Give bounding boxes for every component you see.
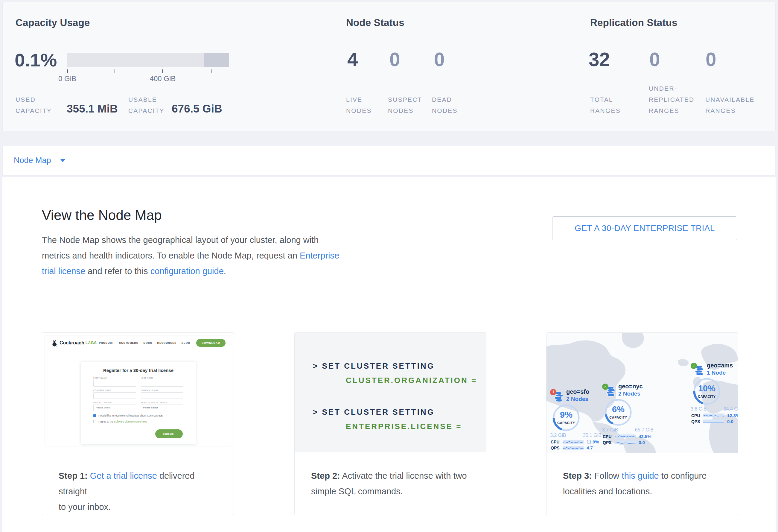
capacity-used: 3.2 GiB (550, 433, 566, 438)
healthy-check-icon: ✓ (691, 363, 697, 369)
qps-label: QPS (691, 419, 703, 424)
cpu-value: 11.0% (587, 439, 599, 444)
locality-node-count: 2 Nodes (566, 396, 589, 402)
cpu-value: 42.5% (639, 434, 651, 439)
mini-field-label: COMPANY EMAIL (141, 389, 184, 391)
cpu-label: CPU (691, 413, 703, 418)
suspect-nodes-count: 0 (389, 50, 400, 69)
mini-download-button: DOWNLOAD (196, 339, 226, 347)
node-map-dropdown[interactable]: Node Map (14, 146, 66, 175)
sql-line: ENTERPRISE.LICENSE = (346, 422, 462, 431)
axis-tick (67, 69, 68, 73)
mini-submit-button: SUBMIT (155, 429, 183, 438)
mini-company-name-input (93, 392, 136, 399)
cpu-metric-row: CPU 12.3% (691, 413, 738, 418)
dead-nodes-label: DEADNODES (432, 94, 458, 116)
enterprise-trial-button[interactable]: GET A 30-DAY ENTERPRISE TRIAL (552, 216, 737, 240)
sql-line: > SET CLUSTER SETTING (313, 362, 435, 371)
total-ranges-count: 32 (589, 50, 610, 69)
map-node-ams: ✓ geo=ams 1 Node 10% (691, 362, 738, 425)
mini-last-name-input (141, 380, 184, 387)
axis-tick (114, 69, 115, 73)
mini-field-label: COMPANY NAME (93, 389, 136, 391)
cpu-value: 12.3% (727, 413, 738, 418)
gauge-capacity-label: CAPACITY (690, 395, 723, 398)
qps-label: QPS (603, 440, 615, 445)
unavailable-count: 0 (706, 50, 716, 69)
mini-checkbox-label: I agree to the Software License Agreemen… (98, 420, 147, 423)
capacity-range: 3.2 GiB 35.1 GiB (550, 433, 602, 438)
caret-down-icon (60, 159, 66, 162)
cluster-summary-panel: Capacity Usage 0.1% 0 GiB 400 GiB USEDCA… (2, 2, 776, 131)
page-title: View the Node Map (42, 208, 162, 222)
qps-metric-row: QPS 0.0 (603, 440, 653, 445)
cpu-sparkline (563, 440, 584, 444)
step-1-caption: Step 1: Get a trial license delivered st… (59, 468, 222, 515)
usable-capacity-label: USABLECAPACITY (128, 94, 164, 116)
qps-metric-row: QPS 4.7 (551, 445, 601, 450)
mini-email-updates-checkbox-row: I would like to receive email updates ab… (93, 414, 183, 417)
capacity-total: 65.7 GiB (635, 427, 653, 433)
axis-tick-label: 0 GiB (58, 75, 76, 83)
checkbox-checked-icon (93, 414, 96, 417)
step-3-caption: Step 3: Follow this guide to configurelo… (563, 468, 726, 499)
locality-name: geo=sfo (566, 388, 589, 395)
under-replicated-count: 0 (649, 50, 660, 69)
trial-registration-screenshot: Cockroach LABS PRODUCT CUSTOMERS DOCS RE… (45, 335, 231, 446)
total-ranges-label: TOTALRANGES (590, 94, 621, 116)
mini-form-title: Register for a 30-day trial license (93, 368, 183, 373)
cockroach-logo-icon (52, 339, 58, 347)
map-node-nyc: ✓ geo=nyc 2 Nodes 6% (602, 382, 653, 446)
node-status-title: Node Status (346, 17, 404, 28)
cpu-sparkline (703, 413, 724, 417)
mini-nav-item: CUSTOMERS (119, 341, 139, 345)
text-link[interactable]: trial license (42, 266, 85, 276)
live-nodes-count: 4 (347, 50, 358, 69)
qps-value: 4.7 (587, 445, 593, 450)
sql-line: > SET CLUSTER SETTING (313, 407, 435, 417)
sql-line: CLUSTER.ORGANIZATION = (346, 376, 477, 385)
gauge-percent: 9% (552, 410, 580, 420)
axis-tick (211, 69, 212, 73)
mini-license-agreement-checkbox-row: I agree to the Software License Agreemen… (93, 420, 183, 423)
text-link[interactable]: this guide (622, 471, 659, 480)
mini-field-label: FIRST NAME (93, 377, 136, 379)
mini-site-nav: PRODUCT CUSTOMERS DOCS RESOURCES BLOG DO… (94, 335, 226, 351)
axis-tick (162, 69, 163, 73)
mini-brand-name: Cockroach (60, 340, 84, 346)
warning-count-badge: 1 (550, 389, 556, 395)
capacity-range: 3.7 GiB 65.7 GiB (602, 427, 653, 433)
mini-nav-item: RESOURCES (157, 341, 176, 345)
text-link[interactable]: configuration guide (150, 266, 224, 276)
node-map-dropdown-label: Node Map (14, 156, 51, 165)
capacity-total: 35.1 GiB (583, 433, 602, 438)
capacity-bar-reserved-segment (204, 53, 229, 67)
used-capacity-value: 355.1 MiB (67, 103, 118, 115)
qps-value: 0.0 (639, 440, 645, 445)
content-area: View the Node Map The Node Map shows the… (2, 177, 776, 532)
view-selector-bar: Node Map (2, 146, 776, 175)
used-capacity-label: USEDCAPACITY (15, 94, 52, 116)
capacity-gauge: 10% CAPACITY (693, 378, 720, 405)
text-link[interactable]: Enterprise (300, 251, 339, 260)
capacity-gauge: 9% CAPACITY (552, 404, 580, 432)
step-1-card: Cockroach LABS PRODUCT CUSTOMERS DOCS RE… (42, 332, 234, 515)
mini-reason-select: Please Select (141, 404, 184, 411)
mini-nav-item: DOCS (143, 341, 152, 345)
usable-capacity-value: 676.5 GiB (172, 103, 222, 115)
text-link[interactable]: Get a trial license (90, 471, 157, 480)
mini-registration-form: Register for a 30-day trial license FIRS… (81, 362, 196, 444)
qps-sparkline (615, 441, 636, 444)
mini-field-label: LAST NAME (141, 377, 184, 379)
cpu-metric-row: CPU 42.5% (603, 434, 653, 439)
capacity-usage-title: Capacity Usage (15, 17, 90, 28)
locality-node-count: 1 Node (707, 370, 726, 376)
cluster-overview-page: Capacity Usage 0.1% 0 GiB 400 GiB USEDCA… (0, 0, 778, 532)
qps-sparkline (703, 420, 724, 424)
gauge-percent: 10% (693, 384, 720, 393)
axis-tick-label: 400 GiB (150, 75, 176, 83)
cpu-metric-row: CPU 11.0% (551, 439, 601, 444)
suspect-nodes-label: SUSPECTNODES (388, 94, 422, 116)
unavailable-label: UNAVAILABLERANGES (705, 94, 755, 116)
sql-commands-panel: > SET CLUSTER SETTING CLUSTER.ORGANIZATI… (295, 333, 486, 452)
